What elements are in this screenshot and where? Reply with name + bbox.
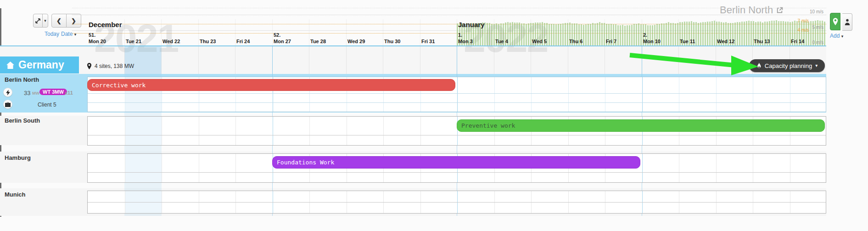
grid-cell[interactable] [273, 191, 310, 202]
grid-cell[interactable] [235, 191, 273, 202]
prev-button[interactable]: ❮ [51, 14, 67, 28]
grid-cell[interactable] [309, 117, 347, 135]
grid-cell[interactable] [790, 103, 827, 112]
grid-cell[interactable] [383, 103, 420, 112]
grid-cell[interactable] [420, 173, 458, 182]
grid-cell[interactable] [235, 103, 273, 112]
task-bar[interactable]: Corrective work [87, 79, 455, 91]
grid-cell[interactable] [420, 135, 458, 145]
task-bar[interactable]: Preventive work [457, 119, 825, 132]
grid-cell[interactable] [347, 191, 384, 202]
grid-cell[interactable] [88, 103, 125, 112]
grid-cell[interactable] [679, 135, 716, 145]
grid-cell[interactable] [125, 94, 162, 102]
grid-cell[interactable] [716, 135, 753, 145]
grid-cell[interactable] [125, 191, 162, 202]
grid-cell[interactable] [88, 117, 125, 135]
grid-cell[interactable] [568, 203, 605, 213]
grid-cell[interactable] [605, 203, 642, 213]
grid-cell[interactable] [273, 117, 310, 135]
person-view-button[interactable] [842, 13, 852, 31]
grid-cell[interactable] [679, 154, 716, 172]
grid-cell[interactable] [347, 94, 384, 102]
grid-cell[interactable] [420, 103, 458, 112]
grid-cell[interactable] [199, 117, 236, 135]
grid-cell[interactable] [605, 191, 642, 202]
site-name[interactable]: Munich [5, 191, 26, 198]
grid-cell[interactable] [642, 203, 679, 213]
grid-cell[interactable] [531, 203, 568, 213]
grid-cell[interactable] [88, 191, 125, 202]
grid-cell[interactable] [457, 103, 494, 112]
grid-cell[interactable] [568, 103, 605, 112]
grid-cell[interactable] [235, 135, 273, 145]
grid-cell[interactable] [642, 154, 679, 172]
grid-cell[interactable] [347, 103, 384, 112]
grid-cell[interactable] [235, 46, 272, 74]
grid-cell[interactable] [716, 191, 753, 202]
grid-cell[interactable] [494, 203, 532, 213]
grid-cell[interactable] [494, 77, 532, 93]
zoom-range-button[interactable] [33, 14, 43, 28]
grid-cell[interactable] [162, 173, 199, 182]
grid-cell[interactable] [679, 103, 716, 112]
grid-cell[interactable] [494, 191, 532, 202]
grid-cell[interactable] [273, 103, 310, 112]
grid-cell[interactable] [679, 94, 716, 102]
grid-cell[interactable] [88, 94, 125, 102]
site-name[interactable]: Berlin North [5, 76, 39, 83]
grid-cell[interactable] [162, 191, 199, 202]
grid-cell[interactable] [199, 173, 236, 182]
grid-cell[interactable] [679, 191, 716, 202]
grid-cell[interactable] [679, 173, 716, 182]
grid-cell[interactable] [716, 46, 753, 74]
grid-cell[interactable] [199, 103, 236, 112]
grid-cell[interactable] [346, 46, 383, 74]
grid-cell[interactable] [568, 191, 605, 202]
grid-cell[interactable] [383, 94, 420, 102]
grid-cell[interactable] [457, 135, 494, 145]
grid-cell[interactable] [679, 203, 716, 213]
next-button[interactable]: ❯ [66, 14, 81, 28]
grid-cell[interactable] [235, 154, 273, 172]
grid-cell[interactable] [531, 103, 568, 112]
grid-cell[interactable] [309, 173, 347, 182]
grid-cell[interactable] [309, 191, 347, 202]
grid-cell[interactable] [568, 173, 605, 182]
grid-cell[interactable] [420, 203, 458, 213]
grid-cell[interactable] [716, 154, 753, 172]
grid-cell[interactable] [273, 203, 310, 213]
grid-cell[interactable] [642, 77, 679, 93]
grid-cell[interactable] [531, 94, 568, 102]
grid-cell[interactable] [162, 103, 199, 112]
zoom-range-caret-button[interactable]: ▾ [42, 14, 48, 28]
grid-cell[interactable] [162, 154, 199, 172]
grid-cell[interactable] [642, 46, 679, 74]
site-name[interactable]: Berlin South [5, 117, 40, 124]
grid-cell[interactable] [494, 103, 532, 112]
grid-cell[interactable] [457, 77, 494, 93]
grid-cell[interactable] [88, 173, 125, 182]
grid-cell[interactable] [531, 135, 568, 145]
grid-cell[interactable] [790, 94, 827, 102]
grid-cell[interactable] [88, 135, 125, 145]
grid-cell[interactable] [753, 77, 790, 93]
grid-cell[interactable] [494, 94, 532, 102]
grid-cell[interactable] [198, 46, 235, 74]
grid-cell[interactable] [235, 173, 273, 182]
grid-cell[interactable] [383, 117, 420, 135]
grid-cell[interactable] [273, 173, 310, 182]
grid-cell[interactable] [383, 135, 420, 145]
grid-cell[interactable] [273, 135, 310, 145]
grid-cell[interactable] [605, 46, 642, 74]
grid-cell[interactable] [605, 77, 642, 93]
grid-cell[interactable] [716, 203, 753, 213]
grid-cell[interactable] [199, 135, 236, 145]
grid-cell[interactable] [753, 173, 790, 182]
grid-cell[interactable] [790, 173, 827, 182]
today-link[interactable]: Today [45, 31, 59, 37]
grid-cell[interactable] [753, 103, 790, 112]
grid-cell[interactable] [235, 203, 273, 213]
grid-cell[interactable] [347, 135, 384, 145]
grid-cell[interactable] [790, 203, 827, 213]
